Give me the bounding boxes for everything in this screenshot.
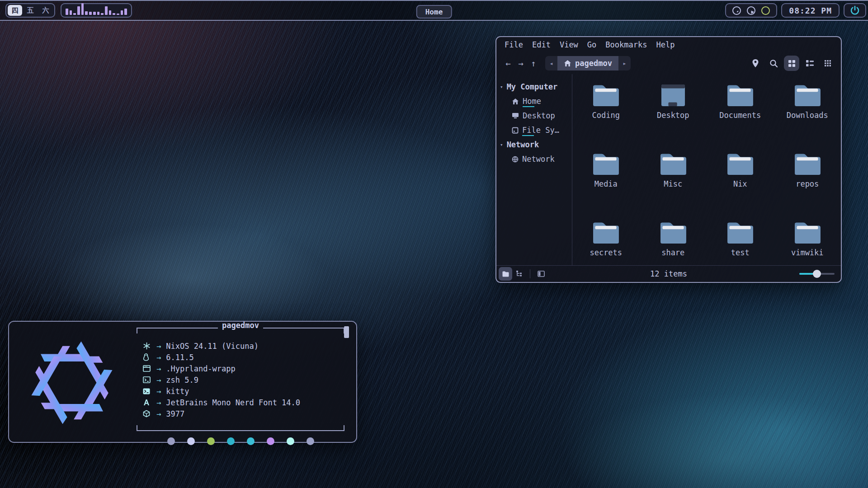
list-view-button[interactable]	[802, 56, 817, 71]
folder-item[interactable]: repos	[774, 152, 841, 221]
menu-go[interactable]: Go	[583, 40, 601, 49]
up-button[interactable]: ↑	[527, 56, 540, 70]
sidebar-section-network[interactable]: ▾Network	[496, 137, 572, 152]
arrow-icon: →	[156, 398, 161, 407]
sidebar-item-filesy[interactable]: File Sy…	[496, 123, 572, 137]
breadcrumb-left-chevron-icon[interactable]: ◂	[545, 56, 557, 70]
active-window-title-button[interactable]: Home	[416, 5, 452, 19]
palette-color-dot	[267, 437, 274, 445]
status-indicators[interactable]	[725, 3, 777, 18]
folder-name: test	[731, 248, 750, 257]
folder-name: secrets	[590, 248, 622, 257]
workspace-button[interactable]: 四	[8, 5, 22, 16]
forward-button[interactable]: →	[514, 56, 527, 70]
sidebar-section-my-computer[interactable]: ▾My Computer	[496, 80, 572, 94]
night-light-icon[interactable]	[746, 6, 756, 15]
nix-icon	[143, 342, 153, 350]
sidebar-item-network[interactable]: Network	[496, 152, 572, 166]
fetch-value: 6.11.5	[166, 353, 193, 362]
file-manager-window: FileEditViewGoBookmarksHelp ← → ↑ ◂ page…	[495, 36, 842, 283]
arrow-icon: →	[156, 342, 161, 351]
menu-bookmarks[interactable]: Bookmarks	[601, 40, 651, 49]
arrow-icon: →	[156, 375, 161, 385]
fetch-row-terminal: →kitty	[143, 385, 344, 397]
folder-item[interactable]: Documents	[707, 83, 774, 152]
top-bar: 四五六 Home 08:22 PM	[0, 0, 868, 21]
nixos-logo	[25, 336, 118, 429]
workspace-button[interactable]: 六	[38, 5, 53, 16]
menu-help[interactable]: Help	[651, 40, 679, 49]
folder-item[interactable]: Misc	[640, 152, 707, 221]
palette-color-dot	[207, 437, 215, 445]
menu-file[interactable]: File	[500, 40, 528, 49]
terminal-cursor	[344, 326, 349, 338]
power-button[interactable]	[844, 3, 866, 18]
show-tree-button[interactable]	[512, 267, 526, 281]
fetch-value: kitty	[166, 387, 189, 396]
show-places-button[interactable]	[499, 267, 512, 281]
arrow-icon: →	[156, 353, 161, 362]
status-bar: 12 items	[496, 265, 841, 282]
breadcrumb-label: pagedmov	[575, 59, 612, 68]
back-button[interactable]: ←	[502, 56, 514, 70]
visualizer-bar	[81, 3, 84, 15]
menu-view[interactable]: View	[555, 40, 583, 49]
visualizer-bar	[117, 14, 119, 15]
clock: 08:22 PM	[781, 3, 840, 18]
palette-color-dot	[187, 437, 195, 445]
folder-item[interactable]: Media	[572, 152, 640, 221]
search-button[interactable]	[766, 56, 781, 71]
breadcrumb: ◂ pagedmov ▸	[545, 56, 631, 70]
toggle-side-pane-button[interactable]	[534, 267, 548, 281]
toolbar-right	[748, 56, 835, 71]
folder-icon	[592, 152, 620, 176]
kernel-icon	[143, 353, 153, 361]
idle-inhibitor-icon[interactable]	[732, 6, 741, 15]
folder-icon	[726, 221, 754, 245]
palette-color-dot	[287, 437, 294, 445]
file-manager-body: ▾My ComputerHomeDesktopFile Sy…▾NetworkN…	[496, 74, 841, 265]
location-button[interactable]	[748, 56, 763, 71]
home-icon	[512, 98, 519, 105]
home-icon	[564, 60, 571, 67]
slider-handle[interactable]	[813, 270, 821, 278]
visualizer-bar	[89, 12, 92, 15]
menu-bar: FileEditViewGoBookmarksHelp	[496, 37, 841, 52]
folder-name: Misc	[664, 179, 682, 188]
folder-item[interactable]: Nix	[707, 152, 774, 221]
breadcrumb-current-folder[interactable]: pagedmov	[557, 56, 618, 70]
status-separator	[530, 269, 530, 278]
compact-view-button[interactable]	[820, 56, 835, 71]
folder-item[interactable]: Desktop	[640, 83, 707, 152]
fetch-row-packages: →3977	[143, 408, 344, 419]
sidebar-item-home[interactable]: Home	[496, 94, 572, 108]
visualizer-bar	[105, 6, 108, 15]
fetch-top-border: pagedmov	[137, 328, 344, 338]
arrow-icon: →	[156, 409, 161, 418]
visualizer-bar	[121, 10, 123, 15]
icon-size-slider[interactable]	[799, 273, 835, 275]
folder-item[interactable]: Downloads	[774, 83, 841, 152]
fetch-rows: →NixOS 24.11 (Vicuna)→6.11.5→.Hyprland-w…	[137, 338, 344, 421]
wm-icon	[143, 365, 153, 372]
visualizer-bar	[66, 9, 68, 15]
folder-icon	[726, 152, 754, 176]
fetch-row-font: →JetBrains Mono Nerd Font 14.0	[143, 397, 344, 408]
menu-edit[interactable]: Edit	[528, 40, 555, 49]
chevron-down-icon: ▾	[500, 142, 503, 148]
terminal-window[interactable]: pagedmov →NixOS 24.11 (Vicuna)→6.11.5→.H…	[8, 321, 357, 443]
breadcrumb-right-chevron-icon[interactable]: ▸	[618, 56, 631, 70]
folder-grid: CodingDesktopDocumentsDownloadsMediaMisc…	[572, 74, 841, 265]
workspace-button[interactable]: 五	[23, 5, 38, 16]
folder-icon	[793, 152, 821, 176]
folder-name: Desktop	[657, 111, 689, 120]
color-profile-icon[interactable]	[761, 6, 770, 15]
icon-view-button[interactable]	[784, 56, 799, 71]
sidebar-item-desktop[interactable]: Desktop	[496, 108, 572, 123]
folder-item[interactable]: Coding	[572, 83, 640, 152]
folder-icon	[793, 221, 821, 245]
packages-icon	[143, 410, 153, 418]
visualizer-bar	[101, 13, 104, 15]
fetch-row-nix: →NixOS 24.11 (Vicuna)	[143, 340, 344, 352]
desktop-icon	[659, 83, 687, 108]
